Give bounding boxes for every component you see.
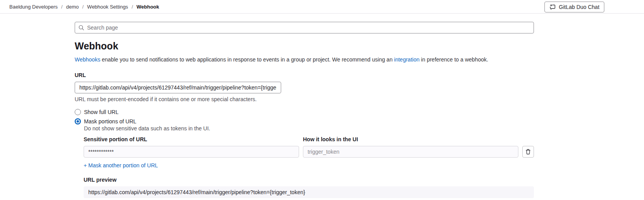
url-preview-label: URL preview: [84, 177, 534, 183]
trash-icon: [525, 149, 531, 155]
breadcrumb: Baeldung Developers / demo / Webhook Set…: [9, 4, 159, 10]
breadcrumb-separator: /: [61, 4, 63, 10]
mask-row: Sensitive portion of URL How it looks in…: [84, 136, 534, 158]
duo-chat-icon: [550, 4, 556, 10]
search-bar: [75, 22, 534, 33]
integration-link[interactable]: integration: [394, 56, 419, 63]
duo-chat-label: GitLab Duo Chat: [559, 4, 599, 10]
sensitive-portion-label: Sensitive portion of URL: [84, 136, 299, 142]
main-content: Webhook Webhooks enable you to send noti…: [0, 14, 644, 198]
ui-appearance-input[interactable]: [303, 146, 518, 158]
breadcrumb-item-webhook-settings[interactable]: Webhook Settings: [87, 4, 128, 10]
radio-mask-portions-control[interactable]: [75, 118, 81, 125]
description-text-1: enable you to send notifications to web …: [100, 56, 394, 63]
url-input[interactable]: [75, 82, 281, 93]
page-title: Webhook: [75, 40, 534, 52]
breadcrumb-item-group[interactable]: Baeldung Developers: [9, 4, 58, 10]
breadcrumb-item-project[interactable]: demo: [66, 4, 79, 10]
mask-another-portion-link[interactable]: + Mask another portion of URL: [84, 162, 158, 168]
breadcrumb-item-webhook: Webhook: [136, 4, 159, 10]
mask-section: Sensitive portion of URL How it looks in…: [84, 136, 534, 198]
sensitive-portion-column: Sensitive portion of URL: [84, 136, 299, 158]
gitlab-duo-chat-button[interactable]: GitLab Duo Chat: [544, 2, 604, 12]
mask-radio-description: Do not show sensitive data such as token…: [84, 125, 534, 132]
url-preview-value: https://gitlab.com/api/v4/projects/61297…: [84, 186, 534, 198]
radio-show-full-url-control[interactable]: [75, 109, 81, 115]
url-help-text: URL must be percent-encoded if it contai…: [75, 96, 534, 102]
ui-appearance-label: How it looks in the UI: [303, 136, 518, 142]
radio-show-full-url[interactable]: Show full URL: [75, 109, 534, 115]
url-field-label: URL: [75, 72, 534, 78]
sensitive-portion-input[interactable]: [84, 146, 299, 158]
top-bar: Baeldung Developers / demo / Webhook Set…: [0, 0, 644, 14]
url-display-radio-group: Show full URL Mask portions of URL Do no…: [75, 109, 534, 132]
radio-show-full-url-label: Show full URL: [84, 109, 119, 115]
breadcrumb-separator: /: [131, 4, 133, 10]
description-text-2: in preference to a webhook.: [420, 56, 488, 63]
radio-mask-portions-label: Mask portions of URL: [84, 118, 136, 125]
radio-mask-portions[interactable]: Mask portions of URL: [75, 118, 534, 125]
search-icon: [78, 25, 84, 31]
ui-appearance-column: How it looks in the UI: [303, 136, 518, 158]
page-description: Webhooks enable you to send notification…: [75, 56, 534, 63]
breadcrumb-separator: /: [82, 4, 84, 10]
remove-mask-button[interactable]: [522, 146, 534, 158]
webhooks-link[interactable]: Webhooks: [75, 56, 100, 63]
search-input[interactable]: [75, 22, 534, 33]
